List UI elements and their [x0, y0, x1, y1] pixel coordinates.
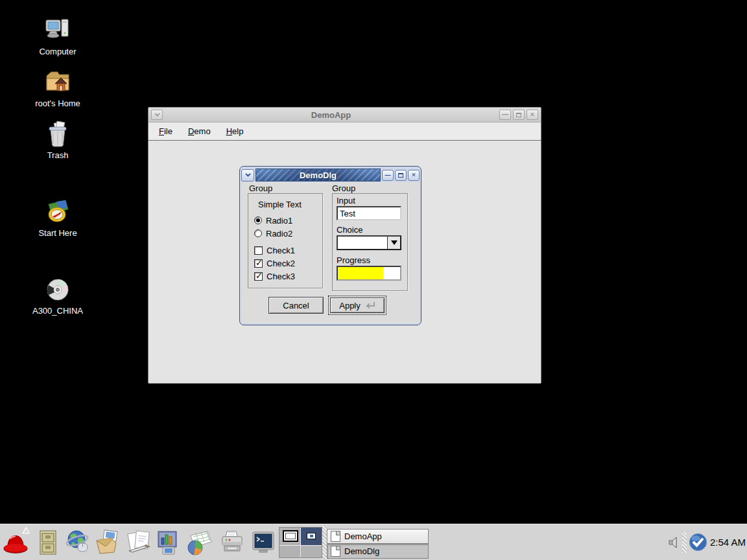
radio-row[interactable]: Radio2 [254, 229, 292, 238]
workspace-2-active[interactable] [301, 528, 322, 545]
radio2-control[interactable] [254, 229, 262, 237]
desktop-icon-home[interactable]: root's Home [22, 68, 93, 108]
close-button[interactable]: ✕ [527, 110, 538, 120]
desktop-icon-label: root's Home [22, 99, 93, 108]
dialog-close-button[interactable]: ✕ [408, 170, 420, 181]
main-menu-button[interactable] [1, 528, 30, 557]
maximize-icon [398, 173, 403, 178]
apply-button-default-frame: Apply [328, 296, 386, 315]
minimize-icon: — [385, 172, 391, 178]
email-launcher[interactable] [93, 528, 122, 557]
close-icon: ✕ [530, 111, 535, 118]
window-list-handle[interactable] [322, 526, 327, 559]
terminal-launcher[interactable] [249, 528, 278, 557]
workspace-switcher [279, 527, 322, 558]
choice-label: Choice [337, 225, 362, 235]
workspace-1[interactable] [279, 528, 300, 545]
update-notifier[interactable] [689, 533, 707, 554]
apply-button-label: Apply [339, 301, 361, 310]
dialog-maximize-button[interactable] [395, 170, 407, 181]
pager-window[interactable] [307, 533, 316, 539]
minimize-button[interactable]: — [499, 110, 511, 120]
check1-control[interactable] [254, 246, 263, 255]
groupbox-left: Simple Text Radio1 Radio2 Check1 Check2 … [248, 193, 323, 288]
desktop-icon-computer[interactable]: Computer [22, 16, 93, 56]
desktop-icon-label: Computer [22, 47, 93, 56]
window-menu-button[interactable] [151, 110, 163, 120]
file-cabinet-icon [35, 529, 61, 556]
menu-help[interactable]: Help [224, 125, 246, 137]
check-row[interactable]: Check1 [254, 246, 295, 255]
file-manager-launcher[interactable] [34, 528, 62, 557]
pager-window[interactable] [283, 530, 298, 542]
clock-applet[interactable]: 2:54 AM [707, 537, 746, 548]
check1-label: Check1 [267, 246, 295, 255]
combobox-dropdown-button[interactable] [387, 237, 400, 249]
web-browser-launcher[interactable] [64, 528, 92, 557]
print-manager-launcher[interactable] [218, 528, 246, 557]
radio1-label: Radio1 [266, 216, 292, 226]
tray-handle[interactable] [682, 532, 687, 553]
email-icon [94, 529, 121, 556]
maximize-icon [516, 113, 521, 117]
radio1-control[interactable] [254, 216, 262, 224]
window-icon [331, 531, 340, 542]
check-row[interactable]: Check2 [254, 259, 295, 268]
desktop-icon-trash[interactable]: Trash [22, 120, 93, 160]
printer-icon [219, 529, 246, 556]
demodlg-dialog: DemoDlg — ✕ Group Group Simple Text Radi… [239, 166, 421, 325]
window-title: DemoApp [165, 110, 497, 120]
demoapp-titlebar[interactable]: DemoApp — ✕ [148, 108, 541, 122]
static-text: Simple Text [258, 200, 302, 209]
volume-applet[interactable] [667, 535, 681, 552]
choice-combobox[interactable] [337, 235, 401, 250]
chart-board-icon [155, 529, 182, 556]
bottom-panel: DemoApp DemoDlg 2:54 AM [0, 524, 747, 560]
check2-control[interactable] [254, 259, 263, 268]
input-field[interactable] [337, 206, 401, 220]
menu-demo[interactable]: Demo [186, 125, 213, 137]
minimize-icon: — [502, 111, 508, 118]
dialog-title: DemoDlg [300, 170, 337, 180]
start-here-icon [43, 198, 72, 226]
trash-icon [43, 120, 72, 148]
apply-button[interactable]: Apply [330, 298, 385, 313]
check-row[interactable]: Check3 [254, 272, 295, 281]
window-icon [331, 546, 340, 557]
dialog-minimize-button[interactable]: — [382, 170, 394, 181]
check3-control[interactable] [254, 272, 263, 281]
dialog-titlebar-stripes: DemoDlg [255, 169, 381, 181]
computer-icon [43, 16, 72, 45]
desktop-icon-start-here[interactable]: Start Here [22, 198, 93, 238]
groupbox-right: Input Choice Progress [332, 193, 408, 291]
presentation-launcher[interactable] [154, 528, 183, 557]
group-label-right: Group [332, 183, 355, 193]
demodlg-titlebar[interactable]: DemoDlg — ✕ [241, 168, 420, 182]
menu-file[interactable]: File [157, 125, 174, 137]
window-list-label: DemoDlg [344, 546, 379, 556]
dialog-window-menu-button[interactable] [241, 169, 254, 181]
spreadsheet-pie-icon [185, 529, 214, 556]
cancel-button[interactable]: Cancel [268, 297, 324, 314]
globe-mouse-icon [64, 529, 91, 556]
maximize-button[interactable] [513, 110, 525, 120]
desktop-icon-label: Trash [22, 150, 93, 160]
dropdown-arrow-icon [391, 240, 397, 245]
workspace-4[interactable] [301, 546, 322, 557]
desktop-icon-label: A300_CHINA [22, 306, 93, 316]
workspace-3[interactable] [279, 546, 300, 557]
word-processor-launcher[interactable] [124, 528, 153, 557]
window-list-item-demodlg[interactable]: DemoDlg [327, 544, 429, 559]
combobox-value [338, 237, 387, 249]
redhat-menu-icon [1, 527, 30, 558]
chevron-down-icon [154, 113, 160, 117]
desktop-icon-label: Start Here [22, 228, 93, 238]
radio-row[interactable]: Radio1 [254, 216, 292, 225]
progress-label: Progress [337, 255, 370, 265]
chevron-down-icon [245, 173, 251, 177]
check2-label: Check2 [267, 259, 295, 268]
window-list-item-demoapp[interactable]: DemoApp [327, 529, 429, 544]
spreadsheet-launcher[interactable] [185, 528, 214, 557]
desktop-icon-cdrom[interactable]: A300_CHINA [22, 275, 93, 316]
speaker-icon [667, 535, 681, 550]
